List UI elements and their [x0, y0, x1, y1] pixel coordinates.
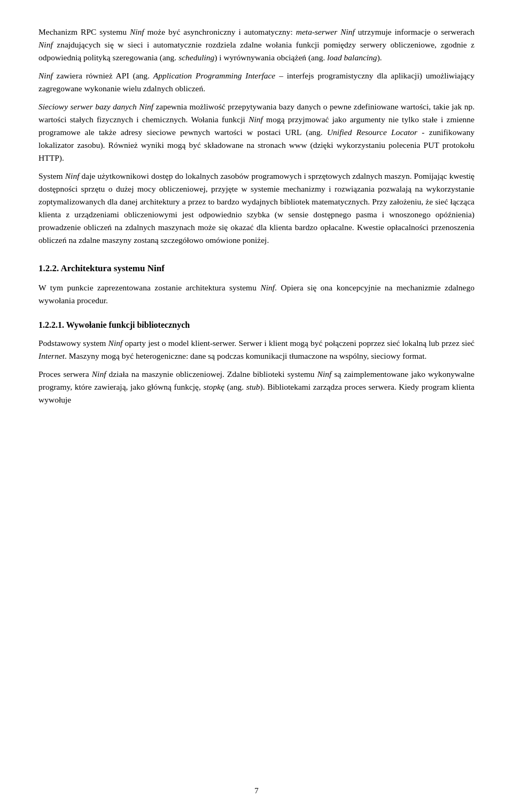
section-1221-p2: Proces serwera Ninf działa na maszynie o… [38, 368, 475, 406]
application-italic: Application Programming Interface [153, 71, 275, 80]
load-balancing-italic: load balancing [327, 53, 377, 62]
page: Mechanizm RPC systemu Ninf może być asyn… [0, 0, 513, 812]
ninf-italic-7: Ninf [260, 283, 275, 292]
ninf-italic-2: meta-serwer Ninf [296, 27, 355, 36]
section-1221-title: 1.2.2.1. Wywołanie funkcji bibliotecznyc… [38, 319, 475, 332]
section-122-p1: W tym punkcie zaprezentowana zostanie ar… [38, 281, 475, 307]
url-italic: Unified Resource Locator [327, 128, 417, 137]
sieciowy-italic: Sieciowy serwer bazy danych Ninf [38, 102, 153, 111]
paragraph-3: Sieciowy serwer bazy danych Ninf zapewni… [38, 100, 475, 164]
ninf-italic-10: Ninf [317, 369, 332, 379]
stub-italic: stub [246, 382, 260, 391]
paragraph-2: Ninf zawiera również API (ang. Applicati… [38, 69, 475, 95]
section-122-title: 1.2.2. Architektura systemu Ninf [38, 262, 475, 275]
internet-italic: Internet [38, 351, 65, 360]
ninf-italic-8: Ninf [108, 338, 123, 348]
ninf-italic-6: Ninf [65, 171, 80, 180]
scheduling-italic: scheduling [178, 53, 214, 62]
paragraph-4: System Ninf daje użytkownikowi dostęp do… [38, 170, 475, 247]
ninf-italic-5: Ninf [248, 115, 263, 124]
paragraph-1: Mechanizm RPC systemu Ninf może być asyn… [38, 26, 475, 64]
ninf-italic-9: Ninf [92, 369, 106, 379]
page-number: 7 [254, 785, 259, 797]
ninf-italic-1: Ninf [130, 27, 144, 36]
ninf-italic-4: Ninf [38, 71, 53, 80]
ninf-italic-3: Ninf [38, 40, 53, 49]
stopke-italic: stopkę [203, 382, 224, 391]
section-1221-p1: Podstawowy system Ninf oparty jest o mod… [38, 337, 475, 362]
